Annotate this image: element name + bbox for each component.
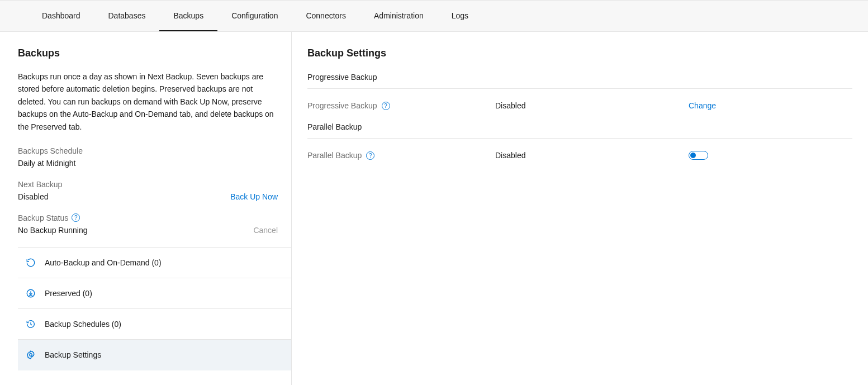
parallel-toggle[interactable] — [689, 151, 708, 160]
sidebar-item-label: Auto-Backup and On-Demand (0) — [45, 258, 162, 267]
schedule-label: Backups Schedule — [18, 146, 291, 155]
tab-label: Connectors — [306, 11, 346, 20]
sidebar-item-schedules[interactable]: Backup Schedules (0) — [18, 309, 291, 340]
gear-icon — [26, 350, 36, 360]
parallel-value: Disabled — [495, 151, 689, 160]
tab-label: Administration — [374, 11, 424, 20]
tab-administration[interactable]: Administration — [360, 1, 438, 31]
tab-dashboard[interactable]: Dashboard — [28, 1, 94, 31]
left-panel: Backups Backups run once a day as shown … — [0, 32, 292, 385]
help-icon[interactable]: ? — [72, 213, 80, 222]
svg-point-1 — [30, 354, 32, 357]
sidebar-item-label: Preserved (0) — [45, 289, 92, 298]
clock-history-icon — [26, 319, 36, 329]
backup-subnav: Auto-Backup and On-Demand (0) Preserved … — [18, 247, 291, 370]
next-backup-label: Next Backup — [18, 180, 291, 189]
sidebar-item-label: Backup Settings — [45, 350, 101, 359]
tab-logs[interactable]: Logs — [438, 1, 482, 31]
help-icon[interactable]: ? — [382, 102, 390, 110]
backup-status-label: Backup Status ? — [18, 213, 291, 222]
tab-connectors[interactable]: Connectors — [292, 1, 360, 31]
progressive-setting-row: Progressive Backup ? Disabled Change — [307, 101, 852, 110]
sidebar-item-auto-backup[interactable]: Auto-Backup and On-Demand (0) — [18, 248, 291, 278]
change-progressive-button[interactable]: Change — [689, 101, 716, 110]
progressive-section-header: Progressive Backup — [307, 73, 852, 89]
backup-now-button[interactable]: Back Up Now — [230, 192, 278, 201]
tab-label: Logs — [452, 11, 468, 20]
progressive-label: Progressive Backup — [307, 101, 377, 110]
tab-configuration[interactable]: Configuration — [217, 1, 292, 31]
cancel-backup-button: Cancel — [253, 226, 278, 235]
tab-databases[interactable]: Databases — [94, 1, 160, 31]
parallel-setting-row: Parallel Backup ? Disabled — [307, 151, 852, 160]
tab-label: Configuration — [231, 11, 278, 20]
backup-status-value: No Backup Running — [18, 226, 88, 235]
download-icon — [26, 288, 36, 298]
tab-label: Backups — [173, 11, 203, 20]
page-title: Backups — [18, 47, 291, 59]
backup-status-label-text: Backup Status — [18, 213, 68, 222]
next-backup-value: Disabled — [18, 192, 48, 201]
right-panel: Backup Settings Progressive Backup Progr… — [292, 32, 868, 385]
parallel-section-header: Parallel Backup — [307, 122, 852, 139]
tab-backups[interactable]: Backups — [159, 1, 217, 31]
restore-icon — [26, 258, 36, 268]
sidebar-item-preserved[interactable]: Preserved (0) — [18, 278, 291, 309]
parallel-label: Parallel Backup — [307, 151, 362, 160]
top-nav: Dashboard Databases Backups Configuratio… — [0, 0, 868, 32]
tab-label: Databases — [108, 11, 146, 20]
sidebar-item-settings[interactable]: Backup Settings — [18, 340, 291, 370]
help-icon[interactable]: ? — [366, 151, 374, 160]
tab-label: Dashboard — [42, 11, 80, 20]
settings-title: Backup Settings — [307, 47, 852, 59]
page-description: Backups run once a day as shown in Next … — [18, 70, 291, 133]
progressive-value: Disabled — [495, 101, 689, 110]
toggle-knob — [690, 153, 696, 158]
sidebar-item-label: Backup Schedules (0) — [45, 320, 121, 329]
schedule-value: Daily at Midnight — [18, 159, 76, 168]
